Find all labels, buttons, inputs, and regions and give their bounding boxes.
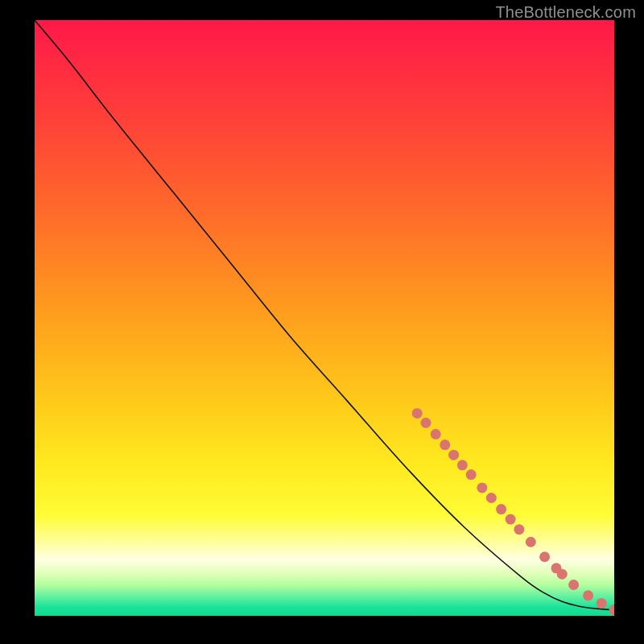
bottleneck-marker	[514, 524, 524, 535]
bottleneck-marker	[597, 598, 607, 609]
bottleneck-marker	[431, 429, 441, 440]
bottleneck-marker	[568, 580, 579, 590]
bottleneck-marker	[412, 408, 423, 419]
bottleneck-marker	[539, 551, 550, 562]
bottleneck-marker	[609, 605, 615, 615]
bottleneck-marker	[448, 450, 459, 460]
curve-layer	[35, 20, 614, 616]
bottleneck-marker	[486, 493, 497, 503]
bottleneck-marker	[506, 514, 516, 525]
bottleneck-marker	[421, 418, 431, 428]
bottleneck-marker	[526, 537, 536, 547]
plot-area	[35, 20, 614, 616]
chart-frame: TheBottleneck.com	[0, 0, 644, 644]
bottleneck-marker	[466, 469, 477, 480]
bottleneck-marker	[496, 504, 506, 514]
bottleneck-markers	[412, 408, 614, 615]
bottleneck-marker	[440, 440, 450, 450]
bottleneck-marker	[477, 482, 487, 493]
bottleneck-curve	[35, 20, 614, 610]
bottleneck-marker	[557, 569, 568, 580]
bottleneck-marker	[583, 590, 593, 601]
attribution-label: TheBottleneck.com	[495, 3, 636, 22]
bottleneck-marker	[457, 460, 468, 470]
